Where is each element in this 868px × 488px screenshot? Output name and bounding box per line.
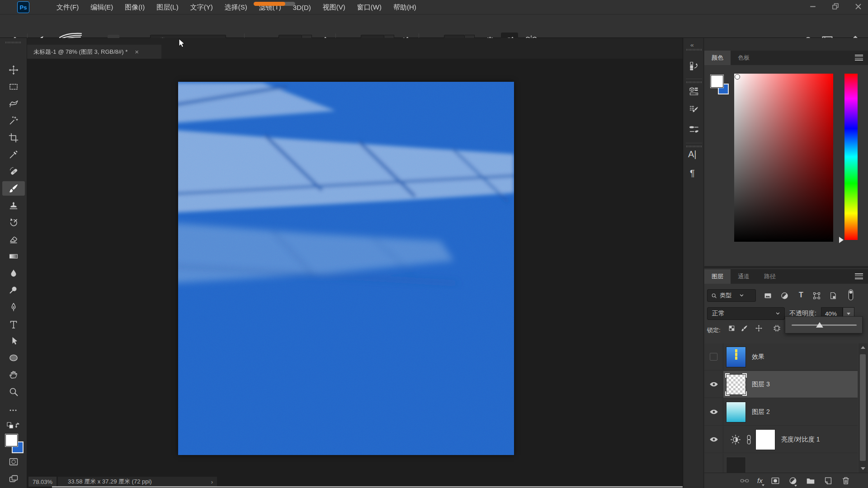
add-mask-icon[interactable] (770, 476, 780, 486)
blur-tool[interactable] (8, 268, 19, 279)
scrollbar-thumb[interactable] (860, 354, 866, 461)
layer-row-partial[interactable]: 图层 1 (704, 454, 858, 473)
filter-pixel-layers-button[interactable] (763, 291, 773, 300)
document-tab[interactable]: 未标题-1 @ 78% (图层 3, RGB/8#) * × (27, 45, 161, 59)
filter-type-layers-button[interactable]: T (797, 291, 806, 299)
panel-group-grip[interactable] (686, 145, 702, 147)
hue-slider[interactable] (844, 74, 858, 240)
lock-pixels-button[interactable] (741, 324, 748, 332)
tab-swatches[interactable]: 色板 (731, 51, 757, 65)
layer-thumbnail[interactable] (726, 457, 746, 473)
tab-paths[interactable]: 路径 (757, 269, 783, 284)
menu-image[interactable]: 图像(I) (119, 0, 151, 14)
layer-style-button[interactable]: fx (757, 477, 763, 484)
color-panel-foreground-swatch[interactable] (711, 75, 723, 88)
menu-help[interactable]: 帮助(H) (387, 0, 422, 14)
pen-tool[interactable] (8, 302, 19, 313)
collapse-dock-icon[interactable]: ‹‹ (690, 42, 693, 48)
visibility-cell[interactable] (704, 343, 723, 370)
layer-name[interactable]: 效果 (752, 353, 764, 361)
paragraph-panel-button[interactable]: ¶ (690, 168, 695, 178)
filter-smart-objects-button[interactable] (828, 291, 838, 300)
opacity-slider-track[interactable] (792, 324, 857, 326)
path-selection-tool[interactable] (8, 336, 19, 347)
quick-mask-button[interactable] (8, 456, 19, 467)
zoom-level-field[interactable]: 78.03% (28, 477, 57, 487)
edit-toolbar-button[interactable] (8, 405, 19, 416)
scroll-down-icon[interactable] (861, 467, 865, 470)
layer-thumbnail[interactable] (726, 402, 746, 422)
hue-slider-pointer[interactable] (839, 237, 844, 243)
layer-thumbnail-transparent[interactable] (726, 374, 746, 395)
tool-dock-grip[interactable] (5, 42, 22, 43)
visibility-cell[interactable] (704, 399, 723, 425)
new-group-icon[interactable] (806, 476, 816, 486)
layer-name[interactable]: 亮度/对比度 1 (781, 436, 820, 444)
menu-edit[interactable]: 编辑(E) (85, 0, 119, 14)
layer-row-layer3-selected[interactable]: 图层 3 (704, 371, 858, 398)
menu-type[interactable]: 文字(Y) (184, 0, 219, 14)
menu-layer[interactable]: 图层(L) (151, 0, 184, 14)
color-picker-cursor[interactable] (735, 74, 740, 80)
hand-tool[interactable] (8, 369, 19, 380)
scroll-up-icon[interactable] (861, 346, 865, 349)
layer-name[interactable]: 图层 3 (752, 380, 770, 389)
move-tool[interactable] (8, 65, 19, 75)
eyedropper-tool[interactable] (8, 149, 19, 160)
canvas-workspace[interactable] (27, 59, 683, 488)
layer-row-brightness-contrast[interactable]: 亮度/对比度 1 (704, 426, 858, 453)
character-panel-button[interactable]: A| (688, 149, 697, 160)
saturation-brightness-field[interactable] (734, 74, 833, 242)
brush-tool[interactable] (8, 183, 19, 194)
layer-row-effects[interactable]: 效果 (704, 343, 858, 371)
visibility-cell[interactable] (704, 371, 723, 398)
document-canvas[interactable] (178, 82, 514, 455)
lock-artboard-button[interactable] (773, 324, 781, 332)
type-tool[interactable] (8, 319, 19, 330)
document-close-icon[interactable]: × (135, 48, 139, 56)
clone-stamp-tool[interactable] (8, 200, 19, 211)
filter-adjustment-layers-button[interactable] (780, 291, 789, 300)
close-window-button[interactable] (848, 0, 868, 13)
layer-blend-mode-select[interactable]: 正常 (707, 307, 785, 320)
menu-select[interactable]: 选择(S) (219, 0, 253, 14)
tab-channels[interactable]: 通道 (731, 269, 757, 284)
layers-scrollbar[interactable] (859, 343, 868, 473)
menu-file[interactable]: 文件(F) (51, 0, 85, 14)
layer-row-layer2[interactable]: 图层 2 (704, 399, 858, 426)
brush-settings-panel-button[interactable] (689, 104, 699, 115)
visibility-cell[interactable] (704, 454, 723, 473)
marquee-tool[interactable] (8, 81, 19, 92)
visibility-cell[interactable] (704, 426, 723, 453)
tab-color[interactable]: 颜色 (704, 51, 731, 65)
properties-panel-button[interactable] (689, 86, 699, 97)
lasso-tool[interactable] (8, 98, 19, 109)
lock-transparency-button[interactable] (728, 324, 736, 332)
history-brush-tool[interactable] (8, 217, 19, 228)
link-layers-icon[interactable] (740, 476, 750, 486)
restore-button[interactable] (826, 0, 845, 13)
ellipse-shape-tool[interactable] (8, 352, 19, 363)
color-panel-menu-icon[interactable] (855, 55, 863, 61)
layers-panel-menu-icon[interactable] (855, 273, 863, 279)
filter-toggle-pill[interactable] (846, 288, 856, 302)
layer-filter-type-select[interactable]: 类型 (707, 289, 756, 302)
default-colors-swap-group[interactable] (6, 422, 17, 432)
eraser-tool[interactable] (8, 234, 19, 245)
gradient-tool[interactable] (8, 251, 19, 262)
status-expand-button[interactable]: › (207, 477, 217, 487)
layer-mask-thumbnail[interactable] (755, 429, 775, 450)
visibility-empty-checkbox[interactable] (710, 353, 717, 361)
dodge-tool[interactable] (8, 285, 19, 296)
screen-mode-button[interactable] (8, 474, 19, 484)
filter-shape-layers-button[interactable] (812, 291, 821, 300)
lock-position-button[interactable] (755, 324, 763, 332)
minimize-button[interactable] (803, 0, 823, 13)
opacity-slider-thumb[interactable] (816, 322, 823, 328)
delete-layer-icon[interactable] (841, 476, 851, 486)
adjustment-layer-icon-wrap[interactable] (730, 434, 741, 446)
crop-tool[interactable] (8, 132, 19, 143)
add-adjustment-layer-button[interactable] (788, 476, 798, 486)
menu-window[interactable]: 窗口(W) (351, 0, 387, 14)
panel-group-grip[interactable] (686, 81, 702, 83)
